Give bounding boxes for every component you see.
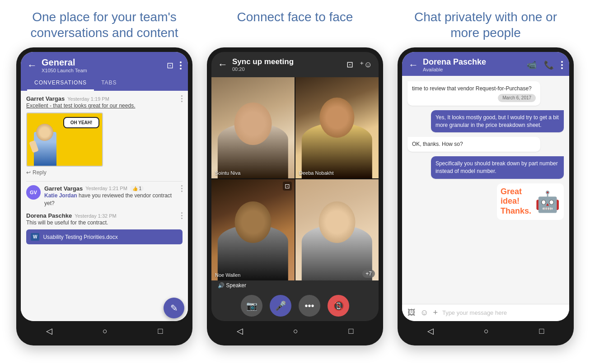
phone1-topbar: ← General X1050 Launch Team ⊡ <box>27 57 182 73</box>
nav-home-3[interactable]: ○ <box>484 327 489 336</box>
person-1-silhouette <box>211 77 295 178</box>
sticker-robot: 🤖 <box>535 191 560 212</box>
tab-conversations[interactable]: CONVERSATIONS <box>27 76 94 91</box>
phone1-tabs: CONVERSATIONS TABS <box>27 76 182 91</box>
end-call-button[interactable]: 📵 <box>328 295 349 317</box>
contact-status: Available <box>423 67 486 72</box>
person-3-label: Noe Wallen <box>215 272 240 278</box>
msg1-options[interactable] <box>181 95 183 102</box>
emoji-icon[interactable]: ☺ <box>420 308 428 317</box>
chat-input-placeholder[interactable]: Type your message here <box>442 309 564 316</box>
reply-icon: ↩ <box>26 169 31 176</box>
phone3-title-area: ← Dorena Paschke Available <box>408 57 486 72</box>
video-toggle-button[interactable]: 📷 <box>241 295 262 317</box>
person-2-video <box>295 77 379 178</box>
msg3-meta: Dorena Paschke Yesterday 1:32 PM <box>26 212 117 219</box>
msg3-sender: Dorena Paschke <box>26 212 72 219</box>
chat-msg-4: Specifically you should break down by pa… <box>431 156 564 179</box>
video-call-icon[interactable]: 📹 <box>527 60 537 70</box>
call-info: Sync up meeting 00:20 <box>232 57 294 72</box>
call-timer: 00:20 <box>232 66 294 72</box>
phone3-body: time to review that vendor Request-for-P… <box>402 76 569 304</box>
compose-icon[interactable]: ⊡ <box>167 61 173 70</box>
nav-square-3[interactable]: □ <box>539 327 544 336</box>
compose-fab[interactable]: ✎ <box>164 298 184 318</box>
msg2-options[interactable] <box>181 185 183 192</box>
tab-tabs[interactable]: TABS <box>94 76 124 91</box>
person-1-video <box>211 77 295 178</box>
sticker-message: Greatidea!Thanks. 🤖 <box>497 183 564 220</box>
video-cell-2: Deeba Nobakht <box>295 77 379 178</box>
contact-name: Dorena Paschke <box>423 57 486 67</box>
speaker-label: 🔊 Speaker <box>218 282 246 289</box>
nav-home[interactable]: ○ <box>103 327 108 336</box>
video-cell-1: Sointu Niva <box>211 77 295 178</box>
nav-square[interactable]: □ <box>158 327 163 336</box>
back-button[interactable]: ← <box>27 60 37 71</box>
phone-2-screen: ← Sync up meeting 00:20 ⊡ ⁺☺ So <box>211 52 379 321</box>
msg3-text: This will be useful for the contract. <box>26 219 183 227</box>
msg2-meta: Garret Vargas Yesterday 1:21 PM 👍 1 <box>44 185 144 192</box>
message-group-2: GV Garret Vargas Yesterday 1:21 PM 👍 1 <box>26 185 183 207</box>
nav-back[interactable]: ◁ <box>46 326 52 336</box>
message-group-3: Dorena Paschke Yesterday 1:32 PM This wi… <box>26 212 183 244</box>
phone3-topbar: ← Dorena Paschke Available 📹 📞 <box>408 57 563 72</box>
msg1-text: Excellent - that test looks great for ou… <box>26 102 183 110</box>
phone-3: ← Dorena Paschke Available 📹 📞 <box>398 47 574 345</box>
phone-1: ← General X1050 Launch Team ⊡ CO <box>16 47 192 345</box>
message-group-1: Garret Vargas Yesterday 1:19 PM Excellen… <box>26 95 183 176</box>
chat-msg-3: OK, thanks. How so? <box>407 137 540 152</box>
more-options-button[interactable]: ••• <box>299 295 320 317</box>
contact-info: Dorena Paschke Available <box>423 57 486 72</box>
nav-square-2[interactable]: □ <box>348 327 353 336</box>
reply-label: Reply <box>33 169 47 176</box>
chat-back-button[interactable]: ← <box>408 59 418 71</box>
file-name: Usability Testing Priorities.docx <box>43 234 117 240</box>
call-chat-icon[interactable]: ⊡ <box>347 60 353 70</box>
phone2-header: ← Sync up meeting 00:20 ⊡ ⁺☺ <box>211 52 379 77</box>
header-title-3: Chat privately with one or more people <box>414 10 557 40</box>
divider-1 <box>26 181 183 182</box>
word-icon: W <box>31 233 39 241</box>
header-col-2: Connect face to face <box>200 9 390 25</box>
nav-back-2[interactable]: ◁ <box>237 326 243 336</box>
reply-button[interactable]: ↩ Reply <box>26 169 183 176</box>
msg2-like: 👍 1 <box>130 186 144 191</box>
more-options-icon[interactable] <box>180 61 182 70</box>
chat-more-icon[interactable] <box>561 61 563 69</box>
image-attach-icon[interactable]: 🖼 <box>407 308 416 317</box>
phone1-action-icons: ⊡ <box>167 61 182 70</box>
msg1-meta: Garret Vargas Yesterday 1:19 PM <box>26 95 109 102</box>
chat-msg-4-text: Specifically you should break down by pa… <box>435 160 558 174</box>
msg1-time: Yesterday 1:19 PM <box>67 96 109 102</box>
call-title-area: ← Sync up meeting 00:20 <box>218 57 294 72</box>
call-participants-icon[interactable]: ⁺☺ <box>360 60 372 70</box>
phone3-action-icons: 📹 📞 <box>527 60 563 70</box>
call-action-icons: ⊡ ⁺☺ <box>347 60 372 70</box>
person-2-label: Deeba Nobakht <box>299 170 333 176</box>
call-back-button[interactable]: ← <box>218 59 228 70</box>
phone1-body: Garret Vargas Yesterday 1:19 PM Excellen… <box>21 91 188 321</box>
mention-name: Katie Jordan <box>44 192 77 199</box>
msg3-time: Yesterday 1:32 PM <box>75 213 117 219</box>
msg2-sender: Garret Vargas <box>44 185 83 192</box>
person-1-label: Sointu Niva <box>215 170 240 176</box>
nav-home-2[interactable]: ○ <box>293 327 298 336</box>
phone3-input-bar: 🖼 ☺ + Type your message here <box>402 304 569 321</box>
phone3-header: ← Dorena Paschke Available 📹 📞 <box>402 52 569 76</box>
msg-date-badge: March 6, 2017 <box>498 94 536 102</box>
msg3-options[interactable] <box>181 212 183 219</box>
msg2-content: Garret Vargas Yesterday 1:21 PM 👍 1 Kati… <box>44 185 183 207</box>
mute-button[interactable]: 🎤 <box>270 295 291 317</box>
msg2-time: Yesterday 1:21 PM <box>85 186 127 191</box>
file-attachment[interactable]: W Usability Testing Priorities.docx <box>26 229 183 244</box>
header-title-1: One place for your team's conversations … <box>31 10 178 40</box>
chat-msg-1-container: time to review that vendor Request-for-P… <box>407 81 564 106</box>
voice-call-icon[interactable]: 📞 <box>544 60 554 70</box>
phone1-title-area: ← General X1050 Launch Team <box>27 57 87 73</box>
add-icon[interactable]: + <box>433 308 438 317</box>
msg2-avatar: GV <box>26 185 41 200</box>
header-col-3: Chat privately with one or more people <box>390 9 581 41</box>
nav-back-3[interactable]: ◁ <box>427 326 434 336</box>
meme-image: OH YEAH! <box>26 112 103 167</box>
